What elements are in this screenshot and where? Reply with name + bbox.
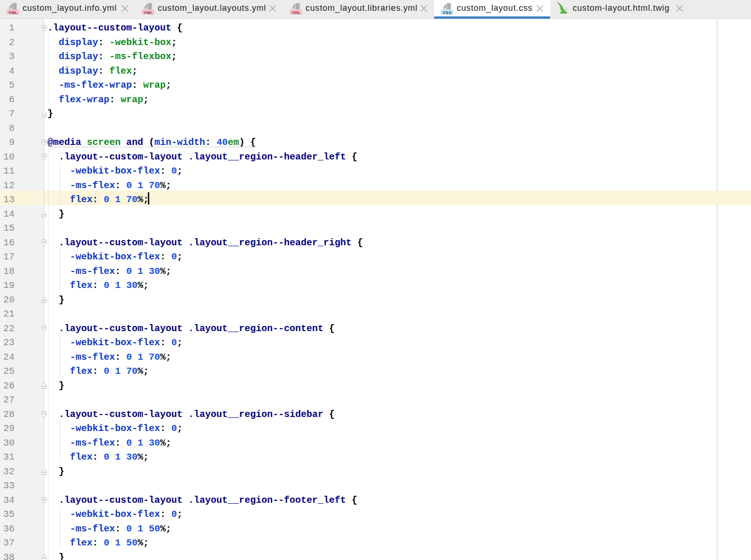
svg-text:YML: YML [143, 10, 153, 15]
svg-text:YML: YML [291, 10, 300, 15]
svg-text:css: css [443, 9, 452, 15]
svg-text:YML: YML [8, 10, 17, 15]
